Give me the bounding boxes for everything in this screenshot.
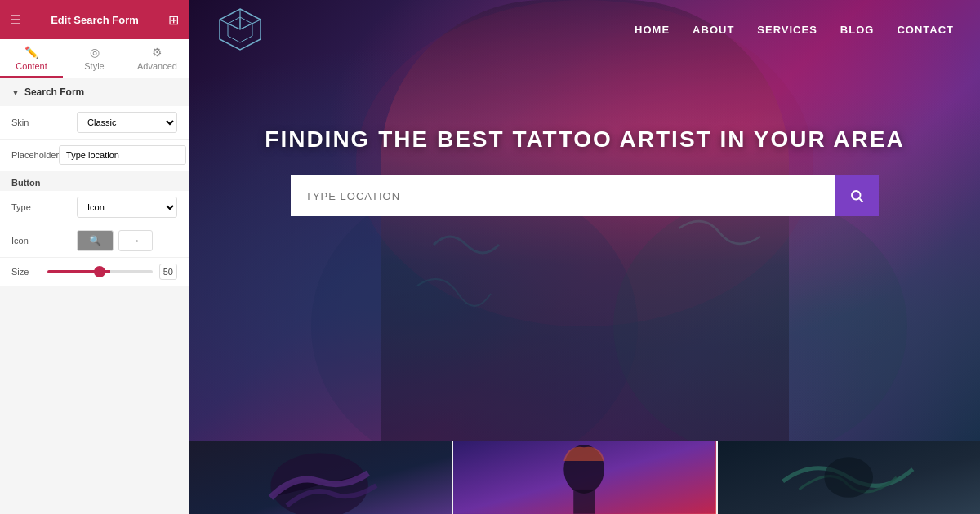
panel-tabs: ✏️ Content ◎ Style ⚙ Advanced (0, 39, 189, 78)
panel-title: Edit Search Form (51, 14, 139, 26)
menu-icon[interactable]: ☰ (10, 12, 21, 28)
size-row: Size 50 (0, 258, 189, 286)
thumbnail-3[interactable] (718, 441, 980, 514)
skin-select[interactable]: Classic Minimal (77, 112, 177, 133)
content-tab-icon: ✏️ (24, 46, 38, 59)
size-label: Size (11, 267, 41, 277)
nav-blog[interactable]: Blog (840, 24, 875, 36)
tab-style[interactable]: ◎ Style (63, 39, 126, 78)
hero-section: FINDING THE BEST TATTOO ARTIST IN YOUR A… (189, 0, 980, 441)
svg-line-12 (859, 198, 862, 202)
thumbnail-2[interactable] (453, 441, 715, 514)
panel-content: ▼ Search Form Skin Classic Minimal Place… (0, 78, 189, 514)
tab-content[interactable]: ✏️ Content (0, 39, 63, 78)
search-submit-button[interactable] (835, 175, 879, 216)
tab-advanced[interactable]: ⚙ Advanced (126, 39, 189, 78)
site-nav: Home About Services Blog Contact (189, 0, 980, 59)
svg-rect-17 (574, 490, 595, 514)
icon-arrow-btn[interactable]: → (118, 230, 153, 251)
placeholder-row: Placeholder (0, 140, 189, 171)
svg-point-19 (824, 457, 873, 498)
right-panel: Home About Services Blog Contact FINDING (189, 0, 980, 514)
hero-title: FINDING THE BEST TATTOO ARTIST IN YOUR A… (189, 126, 980, 153)
icon-search-btn[interactable]: 🔍 (77, 230, 114, 251)
size-value: 50 (159, 264, 177, 280)
nav-links: Home About Services Blog Contact (635, 24, 954, 36)
search-bar (291, 175, 879, 216)
left-panel: ☰ Edit Search Form ⊞ ✏️ Content ◎ Style … (0, 0, 189, 514)
nav-services[interactable]: Services (757, 24, 817, 36)
tab-style-label: Style (84, 61, 104, 71)
panel-header: ☰ Edit Search Form ⊞ (0, 0, 189, 39)
icon-row: Icon 🔍 → (0, 224, 189, 258)
bottom-thumbnails (189, 441, 980, 514)
location-search-input[interactable] (291, 175, 835, 216)
svg-line-6 (228, 24, 240, 29)
hero-background: FINDING THE BEST TATTOO ARTIST IN YOUR A… (189, 0, 980, 441)
svg-point-11 (852, 191, 861, 200)
placeholder-input[interactable] (59, 145, 186, 165)
type-select[interactable]: Icon Text (77, 197, 177, 218)
icon-label: Icon (11, 236, 77, 246)
tab-advanced-label: Advanced (137, 61, 177, 71)
skin-label: Skin (11, 117, 77, 127)
type-row: Type Icon Text (0, 191, 189, 224)
icon-options: 🔍 → (77, 230, 177, 251)
advanced-tab-icon: ⚙ (152, 46, 163, 59)
tab-content-label: Content (16, 61, 47, 71)
size-slider[interactable] (47, 270, 153, 273)
section-header-search-form[interactable]: ▼ Search Form (0, 78, 189, 106)
placeholder-label: Placeholder (11, 150, 59, 160)
type-label: Type (11, 202, 77, 212)
button-section-label: Button (0, 171, 189, 191)
style-tab-icon: ◎ (90, 46, 100, 59)
search-bar-container (189, 175, 980, 216)
site-logo[interactable] (216, 5, 265, 54)
svg-line-7 (240, 24, 252, 29)
nav-home[interactable]: Home (635, 24, 670, 36)
section-label: Search Form (24, 86, 84, 98)
grid-icon[interactable]: ⊞ (168, 12, 179, 28)
thumbnail-1[interactable] (189, 441, 452, 514)
section-arrow-icon: ▼ (11, 88, 20, 97)
skin-row: Skin Classic Minimal (0, 106, 189, 140)
nav-contact[interactable]: Contact (897, 24, 954, 36)
nav-about[interactable]: About (693, 24, 734, 36)
